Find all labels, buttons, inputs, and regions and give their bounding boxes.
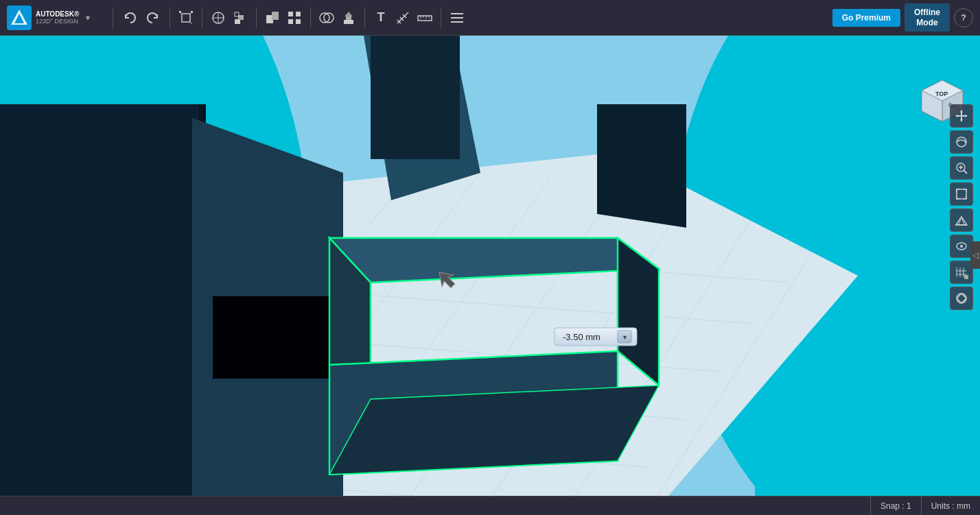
svg-text:TOP: TOP (935, 91, 948, 97)
divider-4 (256, 8, 257, 28)
fit-tool-button[interactable] (950, 182, 973, 206)
zoom-tool-button[interactable] (950, 156, 973, 180)
tool-group-2 (205, 8, 253, 28)
svg-text:▼: ▼ (622, 334, 628, 341)
view-home-button[interactable] (950, 235, 973, 258)
go-premium-button[interactable]: Go Premium (832, 9, 900, 27)
svg-rect-56 (213, 296, 343, 379)
app-product: 123D° DESIGN (36, 18, 79, 25)
right-toolbar-buttons: Go Premium Offline Mode ? (832, 3, 980, 32)
scene-canvas[interactable]: -3.50 mm ▼ (0, 36, 980, 515)
svg-marker-78 (960, 119, 963, 122)
svg-rect-17 (296, 12, 301, 16)
tool-group-3 (259, 8, 307, 28)
svg-rect-18 (288, 19, 293, 24)
svg-marker-53 (0, 104, 206, 515)
help-button[interactable]: ? (954, 8, 973, 27)
svg-rect-87 (957, 189, 966, 199)
svg-marker-77 (960, 110, 963, 112)
redo-button[interactable] (142, 7, 164, 29)
right-tools-panel (950, 104, 973, 310)
svg-marker-64 (329, 385, 659, 475)
pan-tool-button[interactable] (950, 104, 973, 128)
sketch-tool[interactable] (208, 8, 229, 28)
svg-point-100 (957, 294, 966, 303)
divider-3 (202, 8, 202, 28)
tool-group-4 (314, 8, 362, 28)
logo-area: AUTODESK® 123D° DESIGN ▾ (0, 5, 110, 30)
panel-collapse-handle[interactable]: ◁ (970, 241, 980, 269)
autodesk-logo (7, 5, 32, 30)
offline-mode-button[interactable]: Offline Mode (905, 3, 950, 32)
svg-rect-7 (191, 11, 193, 13)
svg-text:-3.50 mm: -3.50 mm (563, 332, 600, 342)
svg-rect-6 (179, 11, 181, 13)
perspective-tool-button[interactable] (950, 208, 973, 232)
divider-5 (310, 8, 311, 28)
svg-rect-22 (344, 20, 353, 24)
svg-rect-23 (346, 16, 351, 20)
construct-tool[interactable] (230, 8, 250, 28)
primitives-tool[interactable] (176, 8, 196, 28)
pattern-tool[interactable] (284, 8, 305, 28)
svg-marker-79 (955, 115, 958, 117)
tool-group-1 (173, 8, 199, 28)
status-bar: Snap : 1 Units : mm (0, 496, 980, 515)
svg-rect-58 (371, 36, 460, 159)
logo-text: AUTODESK® 123D° DESIGN (36, 10, 79, 25)
svg-point-93 (960, 245, 963, 248)
svg-marker-24 (345, 12, 353, 16)
svg-rect-19 (296, 19, 301, 24)
svg-line-5 (190, 22, 192, 24)
svg-marker-59 (597, 104, 686, 228)
divider-1 (113, 8, 113, 28)
svg-rect-25 (418, 16, 432, 21)
undo-button[interactable] (119, 7, 141, 29)
app-name: AUTODESK® (36, 10, 79, 18)
svg-rect-16 (288, 12, 293, 16)
app-dropdown-arrow[interactable]: ▾ (86, 13, 90, 23)
orbit-tool-button[interactable] (950, 130, 973, 154)
undo-redo-group (116, 7, 167, 29)
layers-tool[interactable] (447, 8, 467, 28)
svg-marker-99 (964, 275, 968, 279)
modify-tool[interactable] (262, 8, 283, 28)
svg-rect-2 (182, 14, 190, 22)
combine-tool[interactable] (316, 8, 337, 28)
3d-viewport[interactable]: -3.50 mm ▼ (0, 36, 980, 515)
units-status: Units : mm (921, 496, 980, 515)
svg-line-84 (964, 171, 968, 174)
svg-rect-15 (272, 12, 279, 20)
ruler-tool[interactable] (415, 8, 435, 28)
divider-7 (441, 8, 441, 28)
tool-group-5: T (368, 8, 438, 28)
svg-marker-80 (965, 115, 968, 117)
measure-tool[interactable] (393, 8, 413, 28)
svg-rect-11 (235, 19, 240, 24)
snap-status: Snap : 1 (870, 496, 921, 515)
3dprint-tool[interactable] (338, 8, 359, 28)
svg-marker-88 (956, 217, 967, 225)
divider-6 (364, 8, 365, 28)
divider-2 (170, 8, 170, 28)
materials-button[interactable] (950, 287, 973, 310)
text-tool[interactable]: T (371, 8, 391, 28)
main-toolbar: AUTODESK® 123D° DESIGN ▾ (0, 0, 980, 36)
grid-display-button[interactable] (950, 261, 973, 284)
